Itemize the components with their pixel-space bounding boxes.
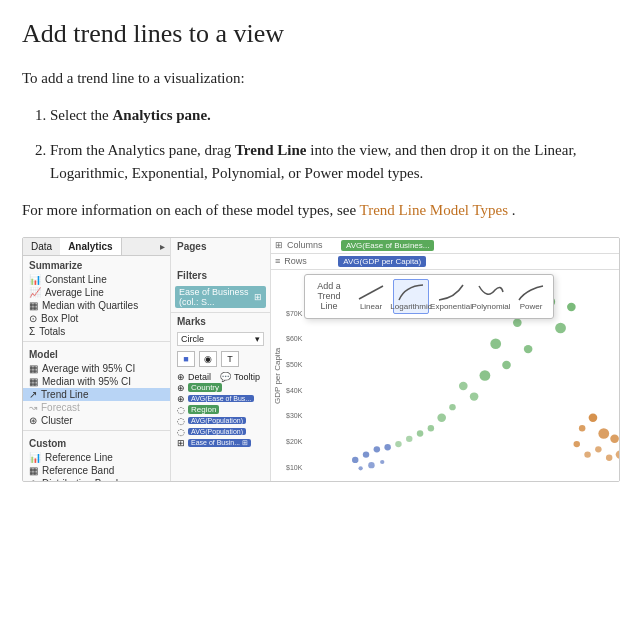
median-icon: ▦: [29, 300, 38, 311]
label-icon: T: [227, 354, 233, 364]
avg-ease-row[interactable]: ⊕ AVG(Ease of Bus...: [177, 394, 264, 404]
analytics-pane: Data Analytics ▸ Summarize 📊 Constant Li…: [23, 238, 171, 481]
panel-item-avg-ci[interactable]: ▦ Average with 95% CI: [23, 362, 170, 375]
panel-item-totals[interactable]: Σ Totals: [23, 325, 170, 338]
screenshot-container: Data Analytics ▸ Summarize 📊 Constant Li…: [22, 237, 620, 482]
filter-chip[interactable]: Ease of Business (col.: S... ⊞: [175, 286, 266, 308]
exponential-label: Exponential: [430, 302, 472, 311]
custom-title: Custom: [23, 434, 170, 451]
svg-point-6: [490, 338, 501, 349]
avg-pop-add-icon: ◌: [177, 416, 185, 426]
svg-point-5: [555, 322, 566, 333]
trend-line-model-types-link[interactable]: Trend Line Model Types: [360, 202, 509, 218]
y-axis-label: GDP per Capita: [271, 270, 284, 481]
exponential-trend-icon: [437, 282, 465, 302]
region-row[interactable]: ◌ Region: [177, 405, 264, 415]
logarithmic-label: Logarithmic: [390, 302, 431, 311]
panel-item-box-plot[interactable]: ⊙ Box Plot: [23, 312, 170, 325]
svg-point-36: [358, 466, 362, 470]
trend-line-popup[interactable]: Add aTrend Line Linear Logarithmic: [304, 274, 554, 319]
chart-panel: ⊞ Columns AVG(Ease of Busines... ≡ Rows …: [271, 238, 619, 481]
columns-chip[interactable]: AVG(Ease of Busines...: [341, 240, 434, 251]
step-2-text: From the Analytics pane, drag Trend Line…: [50, 142, 577, 181]
detail-icon: ⊕: [177, 372, 185, 382]
marks-title: Marks: [171, 312, 270, 330]
svg-point-13: [437, 413, 446, 421]
ref-line-icon: 📊: [29, 452, 41, 463]
trend-option-polynomial[interactable]: Polynomial: [473, 282, 509, 311]
power-label: Power: [520, 302, 543, 311]
avg-line-icon: 📈: [29, 287, 41, 298]
panel-item-dist-band[interactable]: ◌ Distribution Band: [23, 477, 170, 482]
linear-label: Linear: [360, 302, 382, 311]
svg-point-25: [584, 451, 590, 457]
svg-point-22: [574, 441, 580, 447]
panel-item-average-line[interactable]: 📈 Average Line: [23, 286, 170, 299]
marks-select-dropdown[interactable]: Circle ▾: [177, 332, 264, 346]
panel-item-median-quartiles[interactable]: ▦ Median with Quartiles: [23, 299, 170, 312]
region-chip: Region: [188, 405, 219, 414]
panel-arrow-icon: ▸: [155, 238, 170, 255]
panel-item-trend-line[interactable]: ↗ Trend Line: [23, 388, 170, 401]
svg-point-10: [459, 382, 468, 390]
svg-point-16: [406, 435, 412, 441]
panel-item-forecast[interactable]: ↝ Forecast: [23, 401, 170, 414]
tooltip-icon: 💬: [220, 372, 231, 382]
filters-marks-panel: Pages Filters Ease of Business (col.: S.…: [171, 238, 271, 481]
chart-area: $70K $60K $50K $40K $30K $20K $10K Add a…: [284, 270, 619, 481]
ease-busn-row[interactable]: ⊞ Ease of Busin... ⊞: [177, 438, 264, 448]
rows-chip[interactable]: AVG(GDP per Capita): [338, 256, 426, 267]
avg-pop-row[interactable]: ◌ AVG(Population): [177, 416, 264, 426]
svg-point-23: [595, 446, 601, 452]
panel-divider: [23, 341, 170, 342]
step-1: Select the Analytics pane.: [50, 104, 612, 127]
svg-point-15: [417, 430, 423, 436]
view-area: GDP per Capita $70K $60K $50K $40K $30K …: [271, 270, 619, 481]
page-title: Add trend lines to a view: [22, 18, 612, 49]
size-mark-icon[interactable]: ◉: [199, 351, 217, 367]
avg-pop-2-row[interactable]: ◌ AVG(Population): [177, 427, 264, 437]
rows-label: Rows: [284, 256, 334, 266]
power-trend-icon: [517, 282, 545, 302]
svg-point-33: [352, 456, 358, 462]
svg-point-14: [428, 425, 434, 431]
svg-point-32: [384, 444, 390, 450]
svg-point-7: [524, 345, 533, 353]
panel-item-ref-line[interactable]: 📊 Reference Line: [23, 451, 170, 464]
trend-option-power[interactable]: Power: [513, 282, 549, 311]
country-row[interactable]: ⊕ Country: [177, 383, 264, 393]
panel-item-ref-band[interactable]: ▦ Reference Band: [23, 464, 170, 477]
step-1-text: Select the Analytics pane.: [50, 107, 211, 123]
avg-pop-chip: AVG(Population): [188, 417, 246, 424]
svg-point-11: [470, 392, 479, 400]
median-ci-icon: ▦: [29, 376, 38, 387]
linear-trend-icon: [357, 282, 385, 302]
panel-tabs: Data Analytics ▸: [23, 238, 170, 256]
panel-item-cluster[interactable]: ⊛ Cluster: [23, 414, 170, 427]
trend-option-linear[interactable]: Linear: [353, 282, 389, 311]
marks-circle-label: Circle: [181, 334, 204, 344]
analytics-tab[interactable]: Analytics: [60, 238, 121, 255]
color-mark-icon[interactable]: ■: [177, 351, 195, 367]
ease-busn-chip: Ease of Busin... ⊞: [188, 439, 251, 447]
box-plot-icon: ⊙: [29, 313, 37, 324]
trend-option-exponential[interactable]: Exponential: [433, 282, 469, 311]
svg-point-12: [449, 404, 455, 410]
data-tab[interactable]: Data: [23, 238, 60, 255]
label-mark-icon[interactable]: T: [221, 351, 239, 367]
svg-point-19: [579, 425, 585, 431]
avg-pop-2-chip: AVG(Population): [188, 428, 246, 435]
trend-line-icon: ↗: [29, 389, 37, 400]
svg-point-34: [368, 462, 374, 468]
panel-item-constant-line[interactable]: 📊 Constant Line: [23, 273, 170, 286]
rows-shelf: ≡ Rows AVG(GDP per Capita): [271, 254, 619, 270]
summarize-title: Summarize: [23, 256, 170, 273]
panel-item-median-ci[interactable]: ▦ Median with 95% CI: [23, 375, 170, 388]
ease-busn-add-icon: ⊞: [177, 438, 185, 448]
svg-point-2: [567, 302, 576, 310]
trend-option-logarithmic[interactable]: Logarithmic: [393, 279, 429, 314]
avg-pop-2-add-icon: ◌: [177, 427, 185, 437]
rows-icon: ≡: [275, 256, 280, 266]
size-icon: ◉: [204, 354, 212, 364]
columns-shelf: ⊞ Columns AVG(Ease of Busines...: [271, 238, 619, 254]
